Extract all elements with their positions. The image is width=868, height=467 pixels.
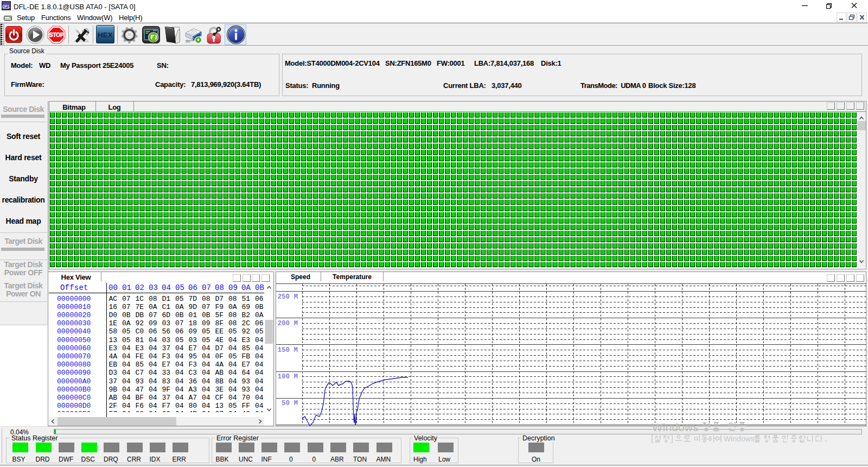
svg-text:DFL: DFL xyxy=(2,4,10,9)
svg-text:STOP: STOP xyxy=(49,31,64,38)
svg-text:HEX: HEX xyxy=(98,31,113,39)
